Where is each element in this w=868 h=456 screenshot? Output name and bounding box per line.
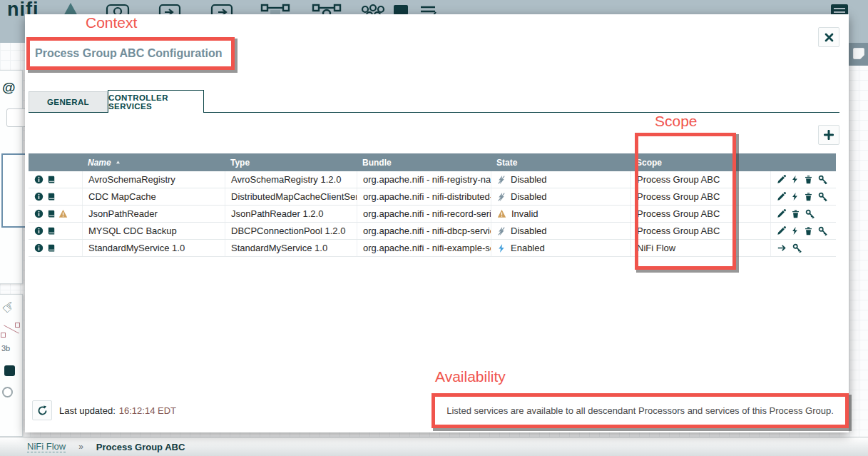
goto-icon[interactable] <box>777 243 787 253</box>
delete-icon[interactable] <box>804 226 813 235</box>
add-controller-service-button[interactable] <box>818 125 839 145</box>
delete-icon[interactable] <box>804 175 813 184</box>
cell-bundle: org.apache.nifi - nifi-record-seria... <box>357 206 491 222</box>
cell-type: JsonPathReader 1.2.0 <box>225 206 357 222</box>
operate-panel-sliver <box>849 43 868 66</box>
warning-icon[interactable] <box>58 209 68 218</box>
enable-icon[interactable] <box>791 175 799 184</box>
operate-label-icon <box>853 48 864 59</box>
column-header-state[interactable]: State <box>491 153 630 171</box>
state-label: Enabled <box>511 243 545 253</box>
last-updated-label: Last updated: <box>59 405 116 416</box>
availability-note: Listed services are available to all des… <box>439 405 841 416</box>
usage-icon[interactable] <box>46 226 56 235</box>
left-dark-icon[interactable] <box>4 365 15 376</box>
column-header-actions <box>770 153 836 171</box>
cell-scope: NiFi Flow <box>630 240 770 256</box>
state-label: Disabled <box>511 226 547 236</box>
bolt-slash-icon <box>497 175 506 185</box>
scope-annotation-label: Scope <box>655 113 698 130</box>
cell-actions <box>770 171 836 188</box>
edit-icon[interactable] <box>777 226 786 235</box>
tab-general[interactable]: GENERAL <box>29 91 108 113</box>
column-header-type[interactable]: Type <box>225 153 357 171</box>
left-navigate-icon[interactable]: @ <box>2 80 16 96</box>
controller-services-table: Name Type Bundle State Scope AvroSchemaR… <box>29 153 836 257</box>
usage-icon[interactable] <box>46 192 56 201</box>
delete-icon[interactable] <box>791 209 800 218</box>
cell-name: AvroSchemaRegistry <box>82 171 225 188</box>
refresh-button[interactable] <box>32 400 52 420</box>
context-annotation-label: Context <box>86 14 137 31</box>
cell-scope: Process Group ABC <box>630 206 770 222</box>
cell-scope: Process Group ABC <box>630 171 770 188</box>
cell-state: Disabled <box>491 171 630 188</box>
cell-type: DBCPConnectionPool 1.2.0 <box>225 223 357 239</box>
context-annotation-box: Process Group ABC Configuration <box>26 37 235 70</box>
availability-annotation-label: Availability <box>435 368 506 385</box>
enable-icon[interactable] <box>791 226 799 235</box>
left-strip-note: 3b <box>1 344 10 353</box>
left-ring-icon[interactable] <box>2 387 13 397</box>
cell-state: Disabled <box>491 188 630 205</box>
cell-name: JsonPathReader <box>82 206 225 222</box>
breadcrumb: NiFi Flow » Process Group ABC <box>0 437 868 456</box>
row-left-icons-cell <box>29 188 82 205</box>
table-header-row: Name Type Bundle State Scope <box>29 153 836 171</box>
info-icon[interactable] <box>34 243 44 253</box>
key-icon[interactable] <box>792 243 802 253</box>
cell-bundle: org.apache.nifi - nifi-distributed-... <box>357 188 491 205</box>
usage-icon[interactable] <box>46 243 56 253</box>
edit-icon[interactable] <box>777 209 786 218</box>
usage-icon[interactable] <box>46 175 56 184</box>
delete-icon[interactable] <box>804 192 813 201</box>
info-icon[interactable] <box>34 226 44 235</box>
table-row[interactable]: StandardMyService 1.0StandardMyService 1… <box>29 240 836 257</box>
sort-ascending-icon <box>115 159 121 166</box>
breadcrumb-root-link[interactable]: NiFi Flow <box>27 441 66 452</box>
state-label: Disabled <box>511 191 547 202</box>
table-row[interactable]: CDC MapCacheDistributedMapCacheClientSer… <box>29 188 836 206</box>
table-row[interactable]: MYSQL CDC BackupDBCPConnectionPool 1.2.0… <box>29 223 836 240</box>
enable-icon[interactable] <box>791 192 799 201</box>
cell-state: Enabled <box>491 240 630 256</box>
state-label: Invalid <box>511 208 538 219</box>
info-icon[interactable] <box>34 209 44 218</box>
info-icon[interactable] <box>34 192 44 201</box>
row-left-icons-cell <box>29 206 82 222</box>
key-icon[interactable] <box>818 226 828 236</box>
usage-icon[interactable] <box>46 209 56 218</box>
cell-state: Invalid <box>491 206 630 222</box>
row-left-icons-cell <box>29 223 82 239</box>
connection-icon <box>1 321 22 340</box>
nifi-app-screen: nifi @ ☞ 3b NiFi Fl <box>0 0 868 456</box>
column-header-scope[interactable]: Scope <box>630 153 770 171</box>
table-row[interactable]: AvroSchemaRegistryAvroSchemaRegistry 1.2… <box>29 171 836 188</box>
cell-scope: Process Group ABC <box>630 188 770 205</box>
tab-controller-services[interactable]: CONTROLLER SERVICES <box>108 90 204 113</box>
cell-bundle: org.apache.nifi - nifi-registry-nar <box>357 171 491 188</box>
key-icon[interactable] <box>818 175 828 185</box>
availability-annotation-box: Listed services are available to all des… <box>432 393 849 428</box>
cell-name: MYSQL CDC Backup <box>82 223 225 239</box>
column-header-bundle[interactable]: Bundle <box>357 153 491 171</box>
state-label: Disabled <box>511 174 547 185</box>
cell-actions <box>770 206 836 222</box>
row-left-icons-cell <box>29 171 82 188</box>
key-icon[interactable] <box>805 209 815 219</box>
row-left-icons-cell <box>29 240 82 256</box>
column-header-name[interactable]: Name <box>82 153 225 171</box>
table-row[interactable]: JsonPathReaderJsonPathReader 1.2.0org.ap… <box>29 206 836 223</box>
cell-name: CDC MapCache <box>82 188 225 205</box>
edit-icon[interactable] <box>777 192 786 201</box>
cell-actions <box>770 223 836 239</box>
last-updated-time: 16:12:14 EDT <box>119 405 176 416</box>
breadcrumb-separator: » <box>78 442 83 452</box>
close-button[interactable] <box>818 27 839 47</box>
edit-icon[interactable] <box>777 175 786 184</box>
bolt-slash-icon <box>497 226 506 236</box>
key-icon[interactable] <box>818 192 828 202</box>
info-icon[interactable] <box>34 175 44 184</box>
controller-services-table-body: AvroSchemaRegistryAvroSchemaRegistry 1.2… <box>29 171 836 257</box>
dialog-footer: Last updated: 16:12:14 EDT <box>32 400 176 420</box>
